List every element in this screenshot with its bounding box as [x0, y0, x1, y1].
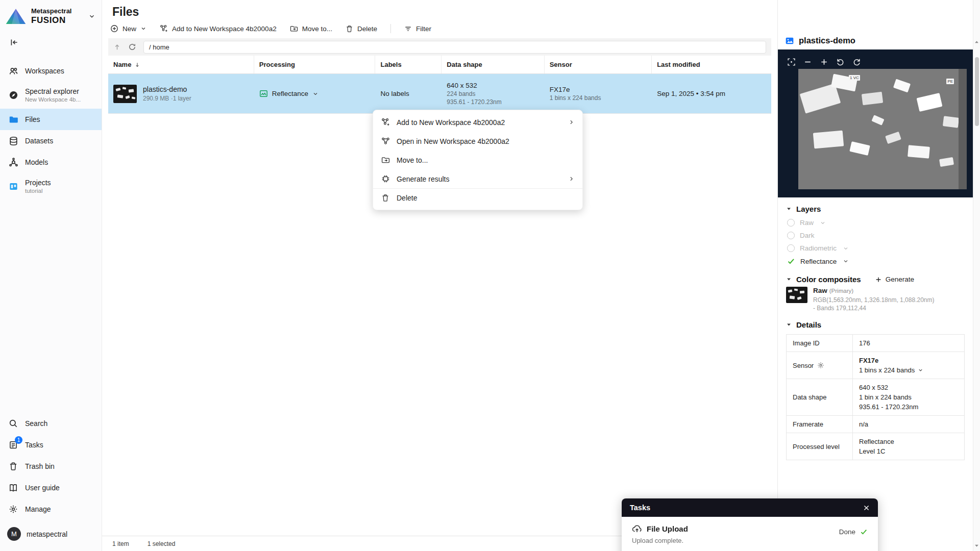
sensor-bands-dropdown[interactable]: 1 bins x 224 bands — [859, 366, 958, 374]
menu-item-generate-results[interactable]: Generate results — [373, 169, 582, 188]
menu-item-label: Generate results — [397, 175, 450, 183]
layers-section-title: Layers — [796, 205, 821, 213]
avatar: M — [7, 527, 21, 541]
delete-button[interactable]: Delete — [346, 25, 377, 33]
section-caret-icon[interactable] — [786, 322, 792, 328]
sidebar-bottom-nav: Search 1 Tasks Trash bin — [0, 413, 102, 551]
sidebar-item-trash-bin[interactable]: Trash bin — [0, 456, 102, 477]
chevron-down-icon[interactable] — [843, 258, 849, 264]
generate-composite-button[interactable]: Generate — [875, 276, 914, 283]
workflow-add-icon — [381, 118, 390, 127]
sidebar-item-spectral-explorer[interactable]: Spectral explorer New Workspace 4b... — [0, 82, 102, 109]
sidebar-sublabel: New Workspace 4b... — [25, 96, 81, 103]
add-to-workspace-button[interactable]: Add to New Workspace 4b2000a2 — [160, 24, 277, 33]
scroll-thumb[interactable] — [975, 57, 979, 126]
layer-label: Dark — [800, 232, 815, 239]
image-icon — [785, 36, 794, 45]
sensor-gear-icon[interactable] — [817, 362, 824, 369]
column-header-sensor[interactable]: Sensor — [545, 56, 652, 73]
new-button[interactable]: New — [110, 24, 146, 33]
brand-product: FUSION — [31, 15, 71, 26]
labels-value: No labels — [380, 90, 409, 97]
items-count: 1 item — [112, 540, 129, 547]
tasks-icon: 1 — [8, 440, 18, 450]
radio-icon — [787, 219, 795, 227]
navigate-up-button[interactable] — [113, 43, 121, 51]
layer-option-reflectance[interactable]: Reflectance — [786, 255, 965, 268]
rotate-cw-icon[interactable] — [852, 58, 861, 66]
sidebar-item-files[interactable]: Files — [0, 109, 102, 130]
path-display[interactable]: / home — [143, 41, 766, 54]
close-icon[interactable] — [863, 505, 870, 511]
search-icon — [8, 418, 18, 429]
composite-rgb-desc: RGB(1,563.20nm, 1,326.18nm, 1,088.20nm) — [813, 296, 934, 304]
sidebar: Metaspectral FUSION Workspaces — [0, 0, 102, 551]
section-caret-icon[interactable] — [786, 206, 792, 212]
rotate-ccw-icon[interactable] — [836, 58, 845, 66]
image-id-value: 176 — [859, 339, 958, 347]
column-header-labels[interactable]: Labels — [375, 56, 442, 73]
file-meta: 290.9 MB ·1 layer — [143, 95, 191, 102]
brand-logo-row: Metaspectral FUSION — [0, 5, 102, 27]
folder-move-icon — [381, 156, 390, 165]
user-account-row[interactable]: M metaspectral — [0, 520, 102, 549]
inspector-title: plastics-demo — [799, 36, 855, 45]
composite-item[interactable]: Raw(Primary) RGB(1,563.20nm, 1,326.18nm,… — [786, 287, 965, 312]
sidebar-item-models[interactable]: Models — [0, 152, 102, 173]
path-text: / home — [149, 43, 169, 51]
context-menu: Add to New Workspace 4b2000a2 Open in Ne… — [373, 110, 583, 210]
column-label: Last modified — [657, 61, 700, 68]
sidebar-item-tasks[interactable]: 1 Tasks — [0, 434, 102, 456]
composites-section-title: Color composites — [796, 275, 861, 284]
collapse-sidebar-button[interactable] — [7, 36, 21, 49]
layer-option-radiometric[interactable]: Radiometric — [786, 242, 965, 255]
composite-bands-desc: - Bands 179,112,44 — [813, 304, 934, 312]
main-content: Files New Add to New Workspace 4b — [102, 0, 777, 551]
zoom-out-icon[interactable] — [803, 58, 812, 66]
sidebar-item-search[interactable]: Search — [0, 413, 102, 434]
detail-row-framerate: Framerate n/a — [787, 416, 964, 433]
menu-item-open-in-workspace[interactable]: Open in New Workspace 4b2000a2 — [373, 132, 582, 151]
menu-item-move-to[interactable]: Move to... — [373, 151, 582, 169]
column-header-name[interactable]: Name — [108, 56, 254, 73]
move-to-button[interactable]: Move to... — [290, 24, 332, 33]
column-header-data-shape[interactable]: Data shape — [442, 56, 544, 73]
scroll-down-arrow[interactable] — [973, 543, 980, 548]
app-window: Metaspectral FUSION Workspaces — [0, 0, 980, 551]
section-caret-icon[interactable] — [786, 277, 792, 282]
chevron-down-icon[interactable] — [820, 220, 826, 226]
sidebar-label: Projects — [25, 179, 51, 187]
processing-select[interactable]: Reflectance — [259, 89, 371, 98]
column-header-last-modified[interactable]: Last modified — [652, 56, 771, 73]
details-section-title: Details — [796, 320, 821, 329]
file-row[interactable]: plastics-demo 290.9 MB ·1 layer Reflecta… — [108, 74, 771, 114]
fit-view-icon[interactable] — [787, 58, 796, 66]
sidebar-item-manage[interactable]: Manage — [0, 498, 102, 520]
menu-item-add-to-workspace[interactable]: Add to New Workspace 4b2000a2 — [373, 113, 582, 132]
refresh-button[interactable] — [128, 43, 136, 51]
spectral-explorer-icon — [8, 90, 18, 101]
sidebar-item-workspaces[interactable]: Workspaces — [0, 60, 102, 82]
menu-item-delete[interactable]: Delete — [373, 188, 582, 207]
sidebar-label: Datasets — [25, 137, 53, 145]
page-title: Files — [102, 0, 777, 20]
sidebar-nav: Workspaces Spectral explorer New Workspa… — [0, 60, 102, 201]
preview-viewport[interactable]: 1 VC PE — [778, 49, 973, 197]
sidebar-item-user-guide[interactable]: User guide — [0, 477, 102, 498]
zoom-in-icon[interactable] — [820, 58, 828, 66]
cloud-upload-icon — [632, 523, 642, 534]
sidebar-item-projects[interactable]: Projects tutorial — [0, 173, 102, 200]
toolbar-divider — [390, 24, 391, 33]
filter-button[interactable]: Filter — [404, 25, 431, 33]
layer-option-raw[interactable]: Raw — [786, 216, 965, 229]
column-header-processing[interactable]: Processing — [254, 56, 376, 73]
chevron-down-icon[interactable] — [843, 245, 849, 252]
sidebar-item-datasets[interactable]: Datasets — [0, 130, 102, 152]
circle-plus-icon — [110, 24, 118, 33]
layer-option-dark[interactable]: Dark — [786, 229, 965, 242]
page-scrollbar[interactable] — [973, 0, 980, 551]
scroll-up-arrow[interactable] — [973, 40, 980, 44]
org-switcher-chevron-icon[interactable] — [88, 13, 95, 20]
layer-label: Raw — [800, 219, 814, 227]
chevron-down-icon — [918, 367, 923, 373]
